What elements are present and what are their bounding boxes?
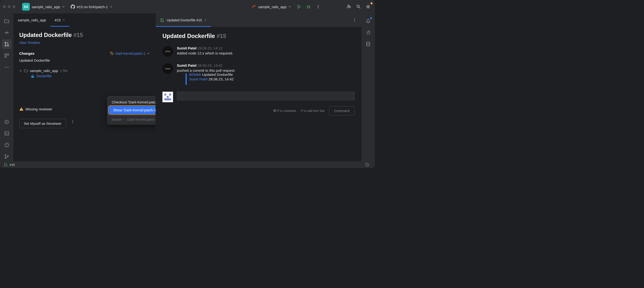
- svg-point-41: [366, 42, 370, 43]
- terminal-tool[interactable]: [2, 129, 12, 138]
- pr-detail-title: Updated Dockerfile #15: [162, 33, 355, 39]
- database-tool[interactable]: [363, 39, 373, 49]
- svg-point-5: [357, 5, 359, 7]
- svg-point-30: [161, 18, 162, 19]
- menu-show-in-git-log[interactable]: Show 'Dark-Kernel:patch-1' in Git Log: [109, 106, 156, 114]
- svg-point-19: [5, 155, 6, 156]
- avatar: Linux: [162, 46, 173, 57]
- search-everywhere[interactable]: [355, 3, 362, 10]
- run-button[interactable]: [295, 3, 303, 10]
- commit-tool[interactable]: [2, 28, 12, 37]
- chevron-down-icon: [62, 5, 65, 8]
- changes-label: Changes: [19, 51, 34, 55]
- svg-point-8: [5, 42, 6, 43]
- close-icon[interactable]: ×: [204, 18, 206, 22]
- commit-date: 28.06.23, 14:42: [198, 63, 222, 67]
- set-reviewer-button[interactable]: Set Myself as Reviewer: [19, 119, 66, 128]
- kebab-icon: [71, 120, 75, 124]
- vcs-widget[interactable]: #15 on fork/patch-1: [69, 3, 114, 10]
- branch-context-menu: Checkout 'Dark-Kernel:patch-1'... Show '…: [107, 96, 156, 125]
- editor-tab-label: Updated Dockerfile #15: [167, 18, 202, 22]
- timeline-entry-2: Linux Sumit Patel 28.06.23, 14:42 pushed…: [162, 63, 355, 85]
- svg-point-28: [72, 121, 73, 122]
- commit-message: pushed a commit to this pull request: [177, 68, 234, 72]
- settings-button[interactable]: [364, 3, 372, 10]
- svg-rect-11: [5, 54, 6, 55]
- svg-rect-25: [32, 75, 33, 75]
- structure-tool[interactable]: [2, 51, 12, 60]
- comment-button[interactable]: Comment: [329, 106, 355, 115]
- change-description: Updated Dockerfile: [19, 58, 150, 62]
- tree-file-count: 1 file: [60, 69, 68, 73]
- commit-sub-date: 28.06.23, 14:42: [208, 77, 234, 81]
- pull-requests-tool[interactable]: [2, 39, 12, 49]
- svg-point-10: [8, 45, 9, 46]
- database-icon: [366, 41, 371, 47]
- warning-circle-icon: [4, 142, 9, 148]
- pr-tabs: sample_rails_app #15 ×: [14, 13, 156, 27]
- play-icon: [297, 4, 301, 9]
- svg-point-29: [72, 122, 73, 123]
- commit-date: 28.06.23, 14:12: [198, 46, 222, 50]
- svg-rect-37: [164, 94, 166, 95]
- pull-request-icon: [4, 41, 9, 47]
- svg-rect-38: [169, 94, 171, 95]
- window-controls: [3, 5, 16, 8]
- kebab-icon: [316, 5, 320, 9]
- tree-file-dockerfile[interactable]: Dockerfile: [19, 74, 150, 78]
- zoom-window[interactable]: [12, 5, 16, 8]
- commit-hash[interactable]: 605ebb: [189, 72, 201, 77]
- commit-sub-author[interactable]: Sumit Patel: [189, 77, 208, 81]
- svg-rect-17: [5, 132, 9, 135]
- svg-point-20: [5, 157, 6, 158]
- rails-icon: [252, 4, 256, 9]
- editor-area: Updated Dockerfile #15 × Updated Dockerf…: [156, 13, 362, 161]
- close-icon[interactable]: ×: [63, 18, 65, 22]
- commit-indicator-bar: [186, 73, 187, 85]
- menu-checkout-branch[interactable]: Checkout 'Dark-Kernel:patch-1'...: [108, 98, 156, 106]
- branch-dropdown[interactable]: Dark-Kernel:patch-1: [110, 52, 150, 55]
- editor-tab-actions[interactable]: [351, 16, 358, 24]
- svg-rect-26: [33, 76, 34, 76]
- current-user-avatar: [162, 92, 173, 102]
- status-pr-number[interactable]: #15: [10, 163, 15, 167]
- tag-icon: [110, 52, 114, 55]
- run-tool[interactable]: [2, 117, 12, 127]
- tab-project-root[interactable]: sample_rails_app: [14, 13, 50, 27]
- github-icon: [71, 4, 75, 9]
- person-plus-icon: [346, 4, 351, 9]
- notifications-tool[interactable]: [363, 16, 373, 26]
- tab-pr-15[interactable]: #15 ×: [50, 13, 69, 27]
- editor-tab-pr-15[interactable]: Updated Dockerfile #15 ×: [156, 13, 211, 27]
- debug-button[interactable]: [305, 3, 312, 10]
- project-tool[interactable]: [2, 16, 12, 26]
- code-with-me[interactable]: [345, 3, 353, 10]
- problems-tool[interactable]: [2, 140, 12, 150]
- comment-footer: ⌘⏎ to comment ⏎ to add new line Comment: [162, 106, 355, 115]
- more-reviewer-actions[interactable]: [69, 118, 77, 126]
- project-selector[interactable]: SA sample_rails_app: [20, 2, 67, 11]
- status-problems[interactable]: [363, 161, 371, 168]
- git-tool[interactable]: [2, 152, 12, 161]
- ai-assistant-tool[interactable]: [363, 28, 373, 37]
- more-tools[interactable]: [2, 62, 12, 72]
- close-window[interactable]: [3, 5, 6, 8]
- more-actions[interactable]: [314, 3, 322, 10]
- svg-point-4: [348, 5, 349, 6]
- run-config-selector[interactable]: sample_rails_app: [250, 3, 293, 10]
- editor-tabs: Updated Dockerfile #15 ×: [156, 13, 362, 27]
- svg-point-14: [5, 67, 6, 68]
- pr-number: #15: [73, 32, 83, 38]
- minimize-window[interactable]: [8, 5, 10, 8]
- commit-author: Sumit Patel: [177, 46, 196, 50]
- svg-point-2: [318, 6, 319, 7]
- view-timeline-link[interactable]: View Timeline: [19, 41, 40, 45]
- svg-point-31: [161, 21, 162, 22]
- comment-input[interactable]: [177, 92, 355, 100]
- tree-root-folder[interactable]: sample_rails_app 1 file: [19, 67, 150, 74]
- commit-icon: [4, 30, 9, 35]
- folder-icon: [4, 18, 9, 24]
- svg-point-22: [111, 52, 112, 53]
- branch-name: Dark-Kernel:patch-1: [115, 52, 146, 55]
- chevron-down-icon: [147, 52, 150, 55]
